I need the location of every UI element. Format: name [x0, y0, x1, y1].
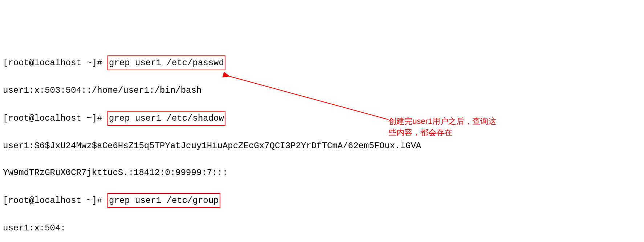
annotation-arrow — [221, 71, 396, 136]
terminal-line: [root@localhost ~]# grep user1 /etc/pass… — [3, 55, 641, 70]
shell-prompt: [root@localhost ~]# — [3, 196, 107, 205]
terminal-output: Yw9mdTRzGRuX0CR7jkttucS.:18412:0:99999:7… — [3, 166, 641, 179]
command-boxed: grep user1 /etc/shadow — [107, 111, 225, 126]
annotation-line-2: 些内容，都会存在 — [388, 127, 519, 138]
command-boxed: grep user1 /etc/group — [107, 193, 220, 208]
terminal-output: user1:x:504: — [3, 221, 641, 235]
command-boxed: grep user1 /etc/passwd — [107, 55, 225, 70]
terminal-output: user1:x:503:504::/home/user1:/bin/bash — [3, 84, 641, 97]
shell-prompt: [root@localhost ~]# — [3, 113, 107, 123]
terminal-line: [root@localhost ~]# grep user1 /etc/grou… — [3, 193, 641, 208]
annotation-text: 创建完user1用户之后，查询这 些内容，都会存在 — [388, 116, 519, 138]
terminal-line: [root@localhost ~]# grep user1 /etc/shad… — [3, 111, 641, 126]
annotation-line-1: 创建完user1用户之后，查询这 — [388, 116, 519, 127]
shell-prompt: [root@localhost ~]# — [3, 58, 107, 68]
terminal-output: user1:$6$JxU24Mwz$aCe6HsZ15q5TPYatJcuy1H… — [3, 139, 641, 153]
